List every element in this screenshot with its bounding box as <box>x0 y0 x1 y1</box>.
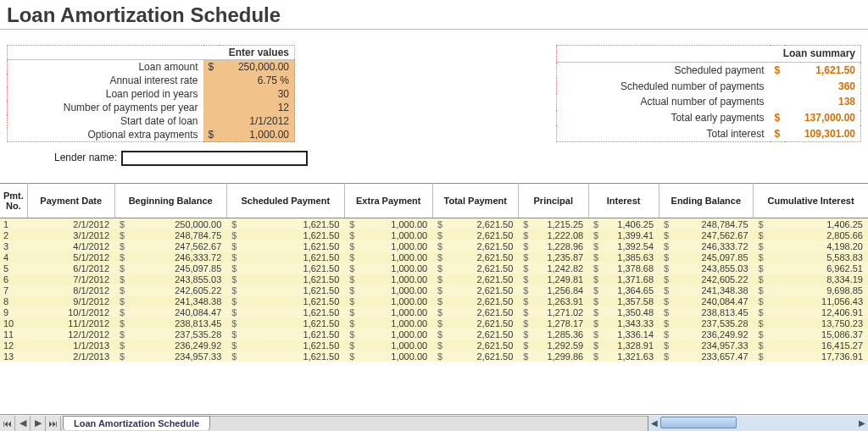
cell-begin: 250,000.00 <box>126 218 226 230</box>
col-principal: Principal <box>518 184 588 218</box>
enter-values-input[interactable]: 6.75 % <box>219 74 295 87</box>
cell-cum: 12,406.91 <box>765 307 868 318</box>
table-row[interactable]: 67/1/2012$243,855.03$1,621.50$1,000.00$2… <box>0 274 868 285</box>
cell-dollar-icon: $ <box>518 296 530 307</box>
cell-dollar-icon: $ <box>518 318 530 329</box>
cell-dollar-icon: $ <box>432 251 444 262</box>
cell-dollar-icon: $ <box>754 285 765 296</box>
cell-dollar-icon: $ <box>432 351 444 362</box>
cell-extra: 1,000.00 <box>356 274 432 285</box>
table-header-row: Pmt. No.Payment DateBeginning BalanceSch… <box>0 184 868 218</box>
cell-dollar-icon: $ <box>344 285 356 296</box>
enter-values-input[interactable]: 1/1/2012 <box>219 114 295 128</box>
summary-label: Scheduled payment <box>557 62 770 78</box>
table-row[interactable]: 1112/1/2012$237,535.28$1,621.50$1,000.00… <box>0 329 868 340</box>
cell-dollar-icon: $ <box>432 240 444 251</box>
cell-dollar-icon: $ <box>588 274 600 285</box>
enter-values-input[interactable]: 30 <box>219 87 295 101</box>
cell-begin: 238,813.45 <box>126 318 226 329</box>
table-row[interactable]: 78/1/2012$242,605.22$1,621.50$1,000.00$2… <box>0 285 868 296</box>
cell-dollar-icon: $ <box>432 296 444 307</box>
cell-dollar-icon: $ <box>344 340 356 351</box>
table-row[interactable]: 56/1/2012$245,097.85$1,621.50$1,000.00$2… <box>0 262 868 274</box>
cell-principal: 1,285.36 <box>530 329 588 340</box>
table-row[interactable]: 45/1/2012$246,333.72$1,621.50$1,000.00$2… <box>0 251 868 262</box>
cell-end: 248,784.75 <box>670 218 753 230</box>
cell-dollar-icon: $ <box>226 307 238 318</box>
cell-interest: 1,378.68 <box>600 262 659 274</box>
table-row[interactable]: 34/1/2012$247,562.67$1,621.50$1,000.00$2… <box>0 240 868 251</box>
cell-dollar-icon: $ <box>659 218 670 230</box>
cell-cum: 8,334.19 <box>765 274 868 285</box>
cell-dollar-icon: $ <box>432 329 444 340</box>
cell-principal: 1,249.81 <box>530 274 588 285</box>
cell-begin: 246,333.72 <box>126 251 226 262</box>
enter-values-input[interactable]: 12 <box>219 101 295 114</box>
cell-principal: 1,242.82 <box>530 262 588 274</box>
cell-extra: 1,000.00 <box>356 351 432 362</box>
cell-sched: 1,621.50 <box>238 318 344 329</box>
cell-dollar-icon: $ <box>588 251 600 262</box>
cell-cum: 2,805.66 <box>765 229 868 240</box>
cell-dollar-icon: $ <box>432 218 444 230</box>
cell-begin: 237,535.28 <box>126 329 226 340</box>
cell-date: 2/1/2013 <box>27 351 114 362</box>
cell-dollar-icon: $ <box>344 296 356 307</box>
col-ending-balance: Ending Balance <box>659 184 753 218</box>
cell-dollar-icon: $ <box>518 229 530 240</box>
cell-dollar-icon: $ <box>659 351 670 362</box>
col-pmt-no-: Pmt. No. <box>0 184 27 218</box>
cell-date: 2/1/2012 <box>27 218 114 230</box>
cell-total: 2,621.50 <box>444 351 518 362</box>
enter-values-input[interactable]: 250,000.00 <box>219 60 295 75</box>
cell-cum: 11,056.43 <box>765 296 868 307</box>
summary-label: Scheduled number of payments <box>557 78 770 94</box>
cell-total: 2,621.50 <box>444 340 518 351</box>
cell-dollar-icon: $ <box>754 351 765 362</box>
amortization-table: Pmt. No.Payment DateBeginning BalanceSch… <box>0 183 868 362</box>
summary-sym <box>770 78 785 94</box>
cell-pmt-no: 4 <box>0 251 27 262</box>
cell-dollar-icon: $ <box>754 262 765 274</box>
cell-total: 2,621.50 <box>444 218 518 230</box>
table-row[interactable]: 132/1/2013$234,957.33$1,621.50$1,000.00$… <box>0 351 868 362</box>
cell-dollar-icon: $ <box>114 318 126 329</box>
cell-principal: 1,215.25 <box>530 218 588 230</box>
cell-dollar-icon: $ <box>344 218 356 230</box>
enter-values-sym: $ <box>203 60 219 75</box>
cell-dollar-icon: $ <box>588 329 600 340</box>
cell-principal: 1,235.87 <box>530 251 588 262</box>
table-row[interactable]: 12/1/2012$250,000.00$1,621.50$1,000.00$2… <box>0 218 868 230</box>
cell-dollar-icon: $ <box>344 318 356 329</box>
summary-sym <box>770 94 785 110</box>
cell-principal: 1,228.96 <box>530 240 588 251</box>
cell-sched: 1,621.50 <box>238 296 344 307</box>
cell-dollar-icon: $ <box>432 307 444 318</box>
cell-dollar-icon: $ <box>588 229 600 240</box>
cell-dollar-icon: $ <box>754 240 765 251</box>
enter-values-input[interactable]: 1,000.00 <box>219 128 295 142</box>
enter-values-label: Start date of loan <box>8 114 203 128</box>
cell-dollar-icon: $ <box>588 340 600 351</box>
table-row[interactable]: 1011/1/2012$238,813.45$1,621.50$1,000.00… <box>0 318 868 329</box>
cell-date: 8/1/2012 <box>27 285 114 296</box>
lender-name-input[interactable] <box>121 151 308 166</box>
cell-extra: 1,000.00 <box>356 218 432 230</box>
cell-date: 10/1/2012 <box>27 307 114 318</box>
cell-dollar-icon: $ <box>588 307 600 318</box>
cell-end: 238,813.45 <box>670 307 753 318</box>
cell-dollar-icon: $ <box>659 240 670 251</box>
table-row[interactable]: 121/1/2013$236,249.92$1,621.50$1,000.00$… <box>0 340 868 351</box>
cell-dollar-icon: $ <box>114 240 126 251</box>
cell-total: 2,621.50 <box>444 240 518 251</box>
cell-dollar-icon: $ <box>659 274 670 285</box>
cell-principal: 1,278.17 <box>530 318 588 329</box>
cell-total: 2,621.50 <box>444 251 518 262</box>
cell-sched: 1,621.50 <box>238 340 344 351</box>
table-row[interactable]: 23/1/2012$248,784.75$1,621.50$1,000.00$2… <box>0 229 868 240</box>
page-title: Loan Amortization Schedule <box>0 0 868 30</box>
table-row[interactable]: 910/1/2012$240,084.47$1,621.50$1,000.00$… <box>0 307 868 318</box>
cell-dollar-icon: $ <box>518 251 530 262</box>
table-row[interactable]: 89/1/2012$241,348.38$1,621.50$1,000.00$2… <box>0 296 868 307</box>
cell-pmt-no: 10 <box>0 318 27 329</box>
